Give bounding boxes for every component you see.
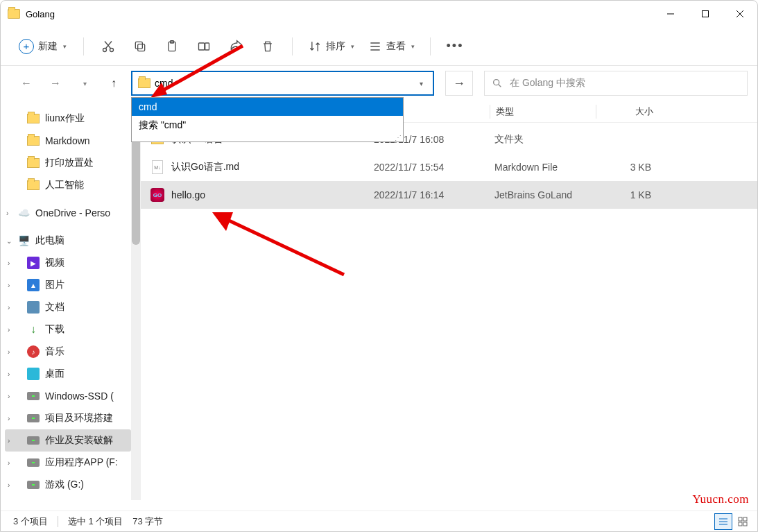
minimize-button[interactable] (653, 1, 688, 27)
file-list: 名称 期▾ 类型 大小 认识Go语言.assets 2022/11/7 16:0… (141, 101, 757, 500)
downloads-icon: ↓ (27, 323, 40, 336)
resize-grip[interactable]: ⋰ (132, 135, 403, 141)
back-button[interactable]: ← (15, 71, 38, 95)
chevron-right-icon[interactable]: › (6, 209, 8, 217)
table-row[interactable]: GOhello.go 2022/11/7 16:14 JetBrains GoL… (141, 181, 757, 209)
address-value[interactable]: cmd (155, 78, 413, 89)
sidebar-item-thispc[interactable]: ⌄🖥️此电脑 (5, 230, 131, 252)
window-title: Golang (26, 9, 55, 19)
sidebar-item-pictures[interactable]: ›▲图片 (5, 274, 131, 296)
copy-button[interactable] (126, 33, 155, 60)
pc-icon: 🖥️ (17, 234, 30, 247)
col-size[interactable]: 大小 (596, 105, 659, 118)
new-button[interactable]: + 新建 ▾ (12, 35, 74, 58)
status-selected: 选中 1 个项目 (68, 515, 123, 528)
chevron-down-icon[interactable]: ⌄ (6, 237, 12, 245)
sidebar-item-desktop[interactable]: ›桌面 (5, 363, 131, 385)
chevron-right-icon[interactable]: › (8, 326, 10, 334)
chevron-right-icon[interactable]: › (8, 415, 10, 422)
svg-rect-9 (135, 42, 142, 49)
svg-point-4 (103, 48, 107, 51)
status-bytes: 73 字节 (132, 515, 163, 528)
maximize-button[interactable] (688, 1, 723, 27)
sidebar-item-drive[interactable]: ›Windows-SSD ( (5, 385, 131, 407)
sidebar-item-drive[interactable]: ›项目及环境搭建 (5, 407, 131, 429)
sidebar-item-documents[interactable]: ›文档 (5, 296, 131, 318)
share-button[interactable] (221, 33, 250, 60)
drive-icon (27, 412, 40, 424)
chevron-right-icon[interactable]: › (8, 370, 10, 378)
dropdown-option[interactable]: 搜索 "cmd" (132, 116, 403, 135)
rename-button[interactable] (189, 33, 218, 60)
onedrive-icon: ☁️ (17, 207, 30, 219)
view-buttons (714, 513, 752, 530)
chevron-right-icon[interactable]: › (8, 437, 10, 445)
sort-button[interactable]: 排序 ▾ (302, 33, 360, 60)
drive-icon (27, 434, 40, 447)
go-button[interactable]: → (445, 71, 473, 96)
up-button[interactable]: ↑ (102, 71, 126, 95)
folder-icon (27, 158, 40, 168)
watermark: Yuucn.com (693, 492, 749, 506)
sidebar-item[interactable]: Markdown (5, 130, 131, 152)
desktop-icon (27, 368, 40, 380)
status-bar: 3 个项目 选中 1 个项目 73 字节 (1, 510, 757, 531)
sidebar-item-drive[interactable]: ›作业及安装破解 (5, 429, 131, 452)
toolbar: + 新建 ▾ 排序 ▾ 查看 ▾ ••• (1, 27, 757, 66)
col-type[interactable]: 类型 (490, 105, 596, 118)
chevron-right-icon[interactable]: › (8, 481, 10, 489)
view-button[interactable]: 查看 ▾ (363, 33, 420, 60)
sidebar-item-videos[interactable]: ›▶视频 (5, 252, 131, 274)
markdown-icon: M↓ (152, 160, 163, 174)
svg-point-17 (494, 80, 499, 85)
sidebar-item[interactable]: liunx作业 (5, 108, 131, 130)
dropdown-option[interactable]: cmd (132, 98, 403, 116)
recent-button[interactable]: ▾ (73, 71, 96, 95)
plus-icon: + (19, 39, 34, 54)
cut-button[interactable] (94, 33, 123, 60)
pictures-icon: ▲ (27, 279, 40, 291)
icons-view-button[interactable] (734, 513, 752, 530)
chevron-right-icon[interactable]: › (8, 348, 10, 356)
sidebar-item[interactable]: 人工智能 (5, 174, 131, 196)
drive-icon (27, 390, 40, 402)
svg-rect-26 (739, 517, 742, 521)
details-view-button[interactable] (714, 513, 732, 530)
address-bar[interactable]: cmd ▾ cmd 搜索 "cmd" ⋰ (131, 71, 434, 96)
titlebar: Golang (1, 1, 757, 27)
sidebar-item-downloads[interactable]: ›↓下载 (5, 318, 131, 341)
separator (430, 37, 431, 55)
nav-row: ← → ▾ ↑ cmd ▾ cmd 搜索 "cmd" ⋰ → 在 Golang … (1, 66, 757, 101)
sidebar-item[interactable]: 打印放置处 (5, 152, 131, 174)
paste-button[interactable] (157, 33, 187, 60)
chevron-right-icon[interactable]: › (8, 259, 10, 267)
chevron-right-icon[interactable]: › (8, 304, 10, 311)
go-file-icon: GO (150, 188, 164, 202)
sidebar-item-music[interactable]: ›♪音乐 (5, 341, 131, 363)
sidebar: liunx作业 Markdown 打印放置处 人工智能 ›☁️OneDrive … (1, 101, 131, 500)
more-button[interactable]: ••• (440, 33, 470, 60)
table-row[interactable]: M↓认识Go语言.md 2022/11/7 15:54 Markdown Fil… (141, 153, 757, 181)
documents-icon (27, 301, 40, 314)
chevron-right-icon[interactable]: › (8, 282, 10, 289)
search-placeholder: 在 Golang 中搜索 (510, 77, 585, 89)
chevron-right-icon[interactable]: › (8, 393, 10, 400)
sidebar-item-onedrive[interactable]: ›☁️OneDrive - Perso (5, 202, 131, 224)
delete-button[interactable] (253, 33, 282, 60)
svg-rect-27 (743, 517, 747, 521)
svg-rect-1 (703, 11, 709, 17)
scrollbar[interactable] (131, 101, 141, 500)
forward-button[interactable]: → (44, 71, 67, 95)
folder-icon (27, 114, 40, 123)
address-dropdown: cmd 搜索 "cmd" ⋰ (131, 97, 404, 142)
svg-rect-8 (138, 44, 145, 51)
close-button[interactable] (723, 1, 757, 27)
sidebar-item-drive[interactable]: ›应用程序APP (F: (5, 452, 131, 474)
chevron-right-icon[interactable]: › (8, 459, 10, 467)
folder-icon (8, 9, 20, 19)
drive-icon (27, 456, 40, 469)
chevron-down-icon[interactable]: ▾ (413, 80, 430, 87)
sidebar-item-drive[interactable]: ›游戏 (G:) (5, 474, 131, 496)
search-input[interactable]: 在 Golang 中搜索 (484, 71, 748, 96)
svg-rect-29 (743, 522, 747, 526)
